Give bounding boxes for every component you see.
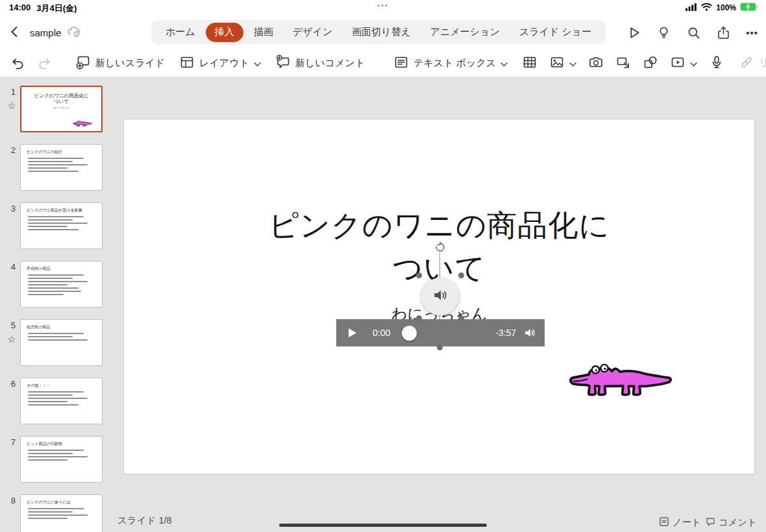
tab-描画[interactable]: 描画 <box>245 23 282 42</box>
slide-number: 8 <box>0 496 16 505</box>
selection-handle-top-left[interactable] <box>416 272 422 278</box>
slide-row: 1☆ピンクのワニの商品化についてわにっちゃん <box>0 86 117 132</box>
slide-row: 3ピンクのワニ商品が受ける客層 <box>0 202 117 249</box>
slide-list: 1☆ピンクのワニの商品化についてわにっちゃん2ピンクのワニの紹介3ピンクのワニ商… <box>0 77 117 532</box>
slide-number: 3 <box>0 204 16 213</box>
media-scrubber-knob[interactable] <box>402 326 417 341</box>
camera-button[interactable] <box>588 54 604 72</box>
selection-handle-top-right[interactable] <box>458 272 464 278</box>
media-play-button[interactable] <box>348 328 357 341</box>
thumbnail-body-lines <box>21 447 102 461</box>
comments-button[interactable]: コメント <box>706 516 757 529</box>
selection-handle-bottom[interactable] <box>437 345 443 350</box>
slide-number: 1 <box>0 87 16 97</box>
rotate-handle-icon[interactable] <box>434 241 446 256</box>
new-comment-button[interactable]: 新しいコメント <box>275 54 365 72</box>
notes-button[interactable]: ノート <box>660 516 701 529</box>
media-remaining-time: -3:57 <box>495 328 516 338</box>
table-icon <box>522 54 537 72</box>
content-area: 1☆ピンクのワニの商品化についてわにっちゃん2ピンクのワニの紹介3ピンクのワニ商… <box>0 77 766 532</box>
tab-デザイン[interactable]: デザイン <box>284 23 341 42</box>
table-button[interactable] <box>522 54 537 72</box>
thumbnail-title: ヒット商品の可能性 <box>21 437 102 447</box>
status-bar: 14:00 3月4日(金) ••• 100% <box>0 0 766 16</box>
audio-object[interactable] <box>421 278 459 315</box>
thumbnail-title: ピンクのワニの商品化について <box>21 93 101 104</box>
slide-panel: 1☆ピンクのワニの商品化についてわにっちゃん2ピンクのワニの紹介3ピンクのワニ商… <box>0 77 117 532</box>
more-options-button[interactable]: ••• <box>746 27 758 38</box>
chevron-down-icon <box>254 58 261 69</box>
slide-number: 6 <box>0 379 16 389</box>
microphone-icon <box>709 54 724 72</box>
slide-number: 7 <box>0 437 16 447</box>
tab-画面切り替え[interactable]: 画面切り替え <box>343 23 420 42</box>
ribbon: sample ホーム挿入描画デザイン画面切り替えアニメーションスライド ショー … <box>0 16 766 49</box>
multitasking-dots[interactable]: ••• <box>0 1 766 9</box>
slide-thumbnail-3[interactable]: ピンクのワニ商品が受ける客層 <box>20 202 103 249</box>
pink-crocodile-drawing[interactable] <box>569 354 673 404</box>
video-button[interactable] <box>670 54 697 72</box>
thumbnail-subtitle: わにっちゃん <box>21 106 101 109</box>
slide-canvas[interactable]: ピンクのワニの商品化について わにっちゃん 0:00 -3:57 <box>123 119 755 474</box>
thumbnail-title: 幼児向け商品 <box>21 320 102 330</box>
undo-button[interactable] <box>10 56 25 71</box>
picture-button[interactable] <box>549 54 576 72</box>
back-button[interactable] <box>8 25 22 41</box>
slide-row: 7ヒット商品の可能性 <box>0 436 117 483</box>
document-title: sample <box>30 27 61 38</box>
footer-bar: スライド 1/8 ノート コメント <box>0 511 766 532</box>
redo-button[interactable] <box>37 56 52 71</box>
thumbnail-title: ピンクのワニの紹介 <box>21 145 102 155</box>
share-button[interactable] <box>716 25 731 40</box>
toolbar: 新しいスライド レイアウト 新しいコメント テキスト ボックス <box>0 49 766 77</box>
layout-icon <box>179 54 195 72</box>
slide-row: 6その他・・・ <box>0 378 117 424</box>
slide-thumbnail-6[interactable]: その他・・・ <box>20 378 103 424</box>
slide-thumbnail-4[interactable]: 子供向け商品 <box>20 261 103 308</box>
slide-row: 4子供向け商品 <box>0 261 117 308</box>
media-volume-icon[interactable] <box>523 326 537 343</box>
shapes-button[interactable] <box>643 54 658 72</box>
slide-thumbnail-2[interactable]: ピンクのワニの紹介 <box>20 144 103 191</box>
battery-percent: 100% <box>716 3 736 12</box>
speaker-icon <box>431 286 449 307</box>
text-box-button[interactable]: テキスト ボックス <box>393 54 508 72</box>
screenshot-button[interactable] <box>615 54 631 72</box>
present-button[interactable] <box>626 25 641 40</box>
link-button[interactable]: リンク <box>739 54 766 72</box>
tab-挿入[interactable]: 挿入 <box>206 23 243 42</box>
thumbnail-title: ピンクのワニ商品が受ける客層 <box>21 203 102 213</box>
pink-crocodile-thumbnail <box>73 119 92 128</box>
layout-button[interactable]: レイアウト <box>179 54 261 72</box>
tab-スライド-ショー[interactable]: スライド ショー <box>510 23 600 42</box>
tab-ホーム[interactable]: ホーム <box>156 23 204 42</box>
tab-アニメーション[interactable]: アニメーション <box>421 23 509 42</box>
ideas-lightbulb-button[interactable] <box>656 25 671 40</box>
media-playback-bar: 0:00 -3:57 <box>336 319 545 346</box>
thumbnail-title: ピンクのワニに会うには <box>21 495 102 505</box>
new-slide-icon <box>75 54 91 72</box>
thumbnail-body-lines <box>21 330 102 341</box>
slide-thumbnail-5[interactable]: 幼児向け商品 <box>20 319 103 366</box>
ribbon-tabs: ホーム挿入描画デザイン画面切り替えアニメーションスライド ショー <box>151 20 606 44</box>
home-indicator[interactable] <box>279 524 487 527</box>
star-icon: ☆ <box>0 334 16 345</box>
audio-record-button[interactable] <box>709 54 724 72</box>
selection-handle-bottom-left[interactable] <box>416 315 422 321</box>
slide-number: 4 <box>0 262 16 272</box>
star-icon: ☆ <box>0 101 16 111</box>
search-button[interactable] <box>686 25 701 40</box>
shapes-icon <box>643 54 658 72</box>
slide-number: 5 <box>0 320 16 330</box>
video-icon <box>670 54 686 72</box>
cellular-icon <box>686 3 697 13</box>
thumbnail-title: 子供向け商品 <box>21 261 102 272</box>
slide-thumbnail-7[interactable]: ヒット商品の可能性 <box>20 436 103 483</box>
slide-thumbnail-1[interactable]: ピンクのワニの商品化についてわにっちゃん <box>20 86 103 132</box>
slide-row: 5☆幼児向け商品 <box>0 319 117 366</box>
cloud-sync-icon[interactable] <box>66 26 80 40</box>
powerpoint-app: 14:00 3月4日(金) ••• 100% sample ホーム挿入描画デザイ… <box>0 0 766 532</box>
new-slide-button[interactable]: 新しいスライド <box>75 54 165 72</box>
chevron-down-icon <box>690 58 697 69</box>
selection-handle-bottom-right[interactable] <box>458 315 464 321</box>
